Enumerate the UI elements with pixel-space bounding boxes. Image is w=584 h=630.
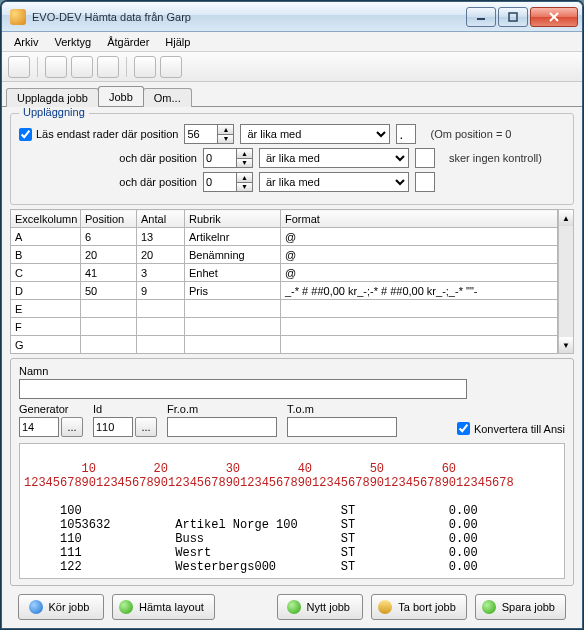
col-header-format[interactable]: Format bbox=[281, 210, 558, 228]
table-cell[interactable]: E bbox=[11, 300, 81, 318]
op1-select[interactable]: är lika med bbox=[240, 124, 390, 144]
table-row[interactable]: G bbox=[11, 336, 558, 354]
pos1-spinner[interactable]: ▲▼ bbox=[184, 124, 234, 144]
spin-down-icon[interactable]: ▼ bbox=[237, 182, 253, 193]
table-cell[interactable] bbox=[137, 300, 185, 318]
spin-up-icon[interactable]: ▲ bbox=[237, 148, 253, 158]
menu-arkiv[interactable]: Arkiv bbox=[6, 34, 46, 50]
spin-up-icon[interactable]: ▲ bbox=[237, 172, 253, 182]
col-header-excelkolumn[interactable]: Excelkolumn bbox=[11, 210, 81, 228]
scroll-up-icon[interactable]: ▲ bbox=[559, 210, 573, 226]
table-cell[interactable] bbox=[281, 300, 558, 318]
table-cell[interactable]: Artikelnr bbox=[185, 228, 281, 246]
table-cell[interactable]: B bbox=[11, 246, 81, 264]
tom-input[interactable] bbox=[287, 417, 397, 437]
table-cell[interactable] bbox=[281, 318, 558, 336]
table-row[interactable]: A613Artikelnr@ bbox=[11, 228, 558, 246]
spin-down-icon[interactable]: ▼ bbox=[218, 134, 234, 145]
table-cell[interactable] bbox=[81, 336, 137, 354]
table-cell[interactable]: Enhet bbox=[185, 264, 281, 282]
tool-edit-button[interactable] bbox=[160, 56, 182, 78]
maximize-button[interactable] bbox=[498, 7, 528, 27]
table-cell[interactable]: 13 bbox=[137, 228, 185, 246]
table-cell[interactable]: Pris bbox=[185, 282, 281, 300]
table-row[interactable]: B2020Benämning@ bbox=[11, 246, 558, 264]
table-cell[interactable] bbox=[185, 336, 281, 354]
pos2-spinner[interactable]: ▲▼ bbox=[203, 148, 253, 168]
spin-up-icon[interactable]: ▲ bbox=[218, 124, 234, 134]
table-row[interactable]: C413Enhet@ bbox=[11, 264, 558, 282]
table-cell[interactable]: _-* # ##0,00 kr_-;-* # ##0,00 kr_-;_-* "… bbox=[281, 282, 558, 300]
table-cell[interactable]: 41 bbox=[81, 264, 137, 282]
table-cell[interactable]: A bbox=[11, 228, 81, 246]
nytt-jobb-button[interactable]: Nytt jobb bbox=[277, 594, 363, 620]
table-cell[interactable]: @ bbox=[281, 246, 558, 264]
read-only-checkbox-input[interactable] bbox=[19, 128, 32, 141]
pos3-spinner[interactable]: ▲▼ bbox=[203, 172, 253, 192]
table-cell[interactable]: 6 bbox=[81, 228, 137, 246]
table-cell[interactable]: 50 bbox=[81, 282, 137, 300]
table-cell[interactable]: G bbox=[11, 336, 81, 354]
table-cell[interactable]: 9 bbox=[137, 282, 185, 300]
tab-upplagda-jobb[interactable]: Upplagda jobb bbox=[6, 88, 99, 107]
op2-select[interactable]: är lika med bbox=[259, 148, 409, 168]
minimize-button[interactable] bbox=[466, 7, 496, 27]
op3-select[interactable]: är lika med bbox=[259, 172, 409, 192]
val1-input[interactable] bbox=[396, 124, 416, 144]
generator-browse-button[interactable]: ... bbox=[61, 417, 83, 437]
table-scrollbar[interactable]: ▲ ▼ bbox=[558, 209, 574, 354]
hamta-layout-button[interactable]: Hämta layout bbox=[112, 594, 215, 620]
table-cell[interactable] bbox=[137, 336, 185, 354]
table-cell[interactable]: F bbox=[11, 318, 81, 336]
spara-jobb-button[interactable]: Spara jobb bbox=[475, 594, 566, 620]
tool-db-button[interactable] bbox=[97, 56, 119, 78]
tab-om[interactable]: Om... bbox=[143, 88, 192, 107]
val3-input[interactable] bbox=[415, 172, 435, 192]
from-input[interactable] bbox=[167, 417, 277, 437]
val2-input[interactable] bbox=[415, 148, 435, 168]
namn-input[interactable] bbox=[19, 379, 467, 399]
table-cell[interactable]: D bbox=[11, 282, 81, 300]
tool-globe-button[interactable] bbox=[8, 56, 30, 78]
table-cell[interactable] bbox=[281, 336, 558, 354]
table-cell[interactable]: @ bbox=[281, 228, 558, 246]
menu-hjalp[interactable]: Hjälp bbox=[157, 34, 198, 50]
id-browse-button[interactable]: ... bbox=[135, 417, 157, 437]
table-cell[interactable]: 3 bbox=[137, 264, 185, 282]
scroll-track[interactable] bbox=[559, 226, 573, 337]
table-cell[interactable]: @ bbox=[281, 264, 558, 282]
tab-jobb[interactable]: Jobb bbox=[98, 86, 144, 106]
generator-input[interactable] bbox=[19, 417, 59, 437]
konvertera-checkbox-input[interactable] bbox=[457, 422, 470, 435]
table-cell[interactable]: Benämning bbox=[185, 246, 281, 264]
table-cell[interactable]: 20 bbox=[137, 246, 185, 264]
tool-add-button[interactable] bbox=[45, 56, 67, 78]
columns-table[interactable]: Excelkolumn Position Antal Rubrik Format… bbox=[10, 209, 558, 354]
scroll-down-icon[interactable]: ▼ bbox=[559, 337, 573, 353]
ta-bort-jobb-button[interactable]: Ta bort jobb bbox=[371, 594, 466, 620]
table-cell[interactable] bbox=[137, 318, 185, 336]
col-header-rubrik[interactable]: Rubrik bbox=[185, 210, 281, 228]
kor-jobb-button[interactable]: Kör jobb bbox=[18, 594, 104, 620]
pos2-input[interactable] bbox=[203, 148, 237, 168]
read-only-checkbox[interactable]: Läs endast rader där position bbox=[19, 128, 178, 141]
table-row[interactable]: E bbox=[11, 300, 558, 318]
table-cell[interactable] bbox=[81, 318, 137, 336]
konvertera-checkbox[interactable]: Konvertera till Ansi bbox=[457, 422, 565, 435]
spin-down-icon[interactable]: ▼ bbox=[237, 158, 253, 169]
menu-verktyg[interactable]: Verktyg bbox=[46, 34, 99, 50]
pos3-input[interactable] bbox=[203, 172, 237, 192]
table-cell[interactable]: C bbox=[11, 264, 81, 282]
table-row[interactable]: F bbox=[11, 318, 558, 336]
col-header-antal[interactable]: Antal bbox=[137, 210, 185, 228]
table-row[interactable]: D509Pris_-* # ##0,00 kr_-;-* # ##0,00 kr… bbox=[11, 282, 558, 300]
id-input[interactable] bbox=[93, 417, 133, 437]
col-header-position[interactable]: Position bbox=[81, 210, 137, 228]
pos1-input[interactable] bbox=[184, 124, 218, 144]
menu-atgarder[interactable]: Åtgärder bbox=[99, 34, 157, 50]
table-cell[interactable]: 20 bbox=[81, 246, 137, 264]
table-cell[interactable] bbox=[185, 300, 281, 318]
table-cell[interactable] bbox=[81, 300, 137, 318]
tool-check-button[interactable] bbox=[71, 56, 93, 78]
tool-refresh-button[interactable] bbox=[134, 56, 156, 78]
